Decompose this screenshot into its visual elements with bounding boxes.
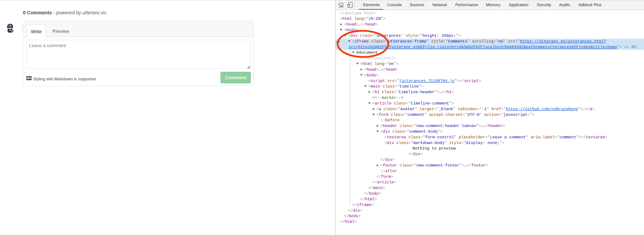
- svg-text:A: A: [9, 24, 11, 27]
